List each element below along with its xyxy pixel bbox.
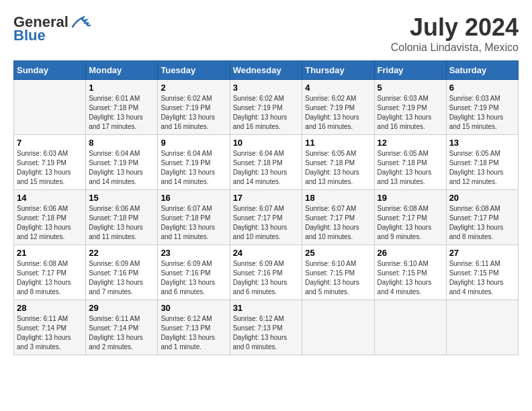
day-info: Sunrise: 6:08 AM Sunset: 7:17 PM Dayligh… [378, 204, 443, 242]
location: Colonia Lindavista, Mexico [391, 42, 519, 54]
day-info: Sunrise: 6:02 AM Sunset: 7:19 PM Dayligh… [161, 94, 226, 132]
week-row-1: 1Sunrise: 6:01 AM Sunset: 7:18 PM Daylig… [14, 80, 519, 135]
day-cell: 24Sunrise: 6:09 AM Sunset: 7:16 PM Dayli… [230, 245, 302, 300]
calendar-table: SundayMondayTuesdayWednesdayThursdayFrid… [13, 60, 519, 355]
day-number: 8 [89, 138, 154, 148]
page-header: General Blue July 2024 Colonia Lindavist… [13, 13, 519, 54]
day-number: 20 [449, 193, 515, 203]
day-info: Sunrise: 6:11 AM Sunset: 7:14 PM Dayligh… [89, 314, 154, 352]
day-info: Sunrise: 6:10 AM Sunset: 7:15 PM Dayligh… [378, 259, 443, 297]
weekday-monday: Monday [86, 61, 158, 80]
day-cell: 7Sunrise: 6:03 AM Sunset: 7:19 PM Daylig… [14, 135, 86, 190]
day-number: 25 [305, 248, 371, 258]
day-number: 3 [233, 83, 300, 93]
day-cell: 13Sunrise: 6:05 AM Sunset: 7:18 PM Dayli… [446, 135, 518, 190]
day-cell: 26Sunrise: 6:10 AM Sunset: 7:15 PM Dayli… [374, 245, 446, 300]
day-info: Sunrise: 6:07 AM Sunset: 7:18 PM Dayligh… [161, 204, 226, 242]
day-info: Sunrise: 6:12 AM Sunset: 7:13 PM Dayligh… [161, 314, 226, 352]
day-info: Sunrise: 6:07 AM Sunset: 7:17 PM Dayligh… [305, 204, 371, 242]
logo-blue: Blue [13, 27, 46, 44]
day-number: 14 [17, 193, 83, 203]
day-number: 15 [89, 193, 154, 203]
day-number: 26 [378, 248, 443, 258]
day-info: Sunrise: 6:08 AM Sunset: 7:17 PM Dayligh… [17, 259, 83, 297]
day-number: 22 [89, 248, 154, 258]
day-cell [14, 80, 86, 135]
day-info: Sunrise: 6:05 AM Sunset: 7:18 PM Dayligh… [305, 149, 371, 187]
day-info: Sunrise: 6:06 AM Sunset: 7:18 PM Dayligh… [89, 204, 154, 242]
logo-bird-icon [70, 15, 91, 30]
title-block: July 2024 Colonia Lindavista, Mexico [391, 13, 519, 54]
day-cell: 30Sunrise: 6:12 AM Sunset: 7:13 PM Dayli… [158, 300, 230, 355]
day-info: Sunrise: 6:11 AM Sunset: 7:14 PM Dayligh… [17, 314, 83, 352]
day-number: 1 [89, 83, 154, 93]
day-cell: 3Sunrise: 6:02 AM Sunset: 7:19 PM Daylig… [230, 80, 302, 135]
week-row-4: 21Sunrise: 6:08 AM Sunset: 7:17 PM Dayli… [14, 245, 519, 300]
day-number: 16 [161, 193, 226, 203]
day-cell: 2Sunrise: 6:02 AM Sunset: 7:19 PM Daylig… [158, 80, 230, 135]
day-info: Sunrise: 6:03 AM Sunset: 7:19 PM Dayligh… [449, 94, 515, 132]
day-number: 9 [161, 138, 226, 148]
day-info: Sunrise: 6:10 AM Sunset: 7:15 PM Dayligh… [305, 259, 371, 297]
week-row-5: 28Sunrise: 6:11 AM Sunset: 7:14 PM Dayli… [14, 300, 519, 355]
day-number: 18 [305, 193, 371, 203]
weekday-friday: Friday [374, 61, 446, 80]
day-number: 13 [449, 138, 515, 148]
day-cell: 14Sunrise: 6:06 AM Sunset: 7:18 PM Dayli… [14, 190, 86, 245]
day-info: Sunrise: 6:09 AM Sunset: 7:16 PM Dayligh… [89, 259, 154, 297]
day-info: Sunrise: 6:09 AM Sunset: 7:16 PM Dayligh… [161, 259, 226, 297]
logo: General Blue [13, 13, 91, 44]
day-info: Sunrise: 6:02 AM Sunset: 7:19 PM Dayligh… [233, 94, 300, 132]
day-number: 30 [161, 303, 226, 313]
day-info: Sunrise: 6:12 AM Sunset: 7:13 PM Dayligh… [233, 314, 300, 352]
day-cell: 17Sunrise: 6:07 AM Sunset: 7:17 PM Dayli… [230, 190, 302, 245]
day-number: 31 [233, 303, 300, 313]
day-number: 10 [233, 138, 300, 148]
weekday-sunday: Sunday [14, 61, 86, 80]
day-cell: 29Sunrise: 6:11 AM Sunset: 7:14 PM Dayli… [86, 300, 158, 355]
day-cell: 8Sunrise: 6:04 AM Sunset: 7:19 PM Daylig… [86, 135, 158, 190]
week-row-3: 14Sunrise: 6:06 AM Sunset: 7:18 PM Dayli… [14, 190, 519, 245]
day-cell: 21Sunrise: 6:08 AM Sunset: 7:17 PM Dayli… [14, 245, 86, 300]
day-number: 19 [378, 193, 443, 203]
day-cell: 19Sunrise: 6:08 AM Sunset: 7:17 PM Dayli… [374, 190, 446, 245]
day-info: Sunrise: 6:09 AM Sunset: 7:16 PM Dayligh… [233, 259, 300, 297]
day-cell: 9Sunrise: 6:04 AM Sunset: 7:19 PM Daylig… [158, 135, 230, 190]
day-number: 5 [378, 83, 443, 93]
day-cell: 31Sunrise: 6:12 AM Sunset: 7:13 PM Dayli… [230, 300, 302, 355]
day-number: 11 [305, 138, 371, 148]
day-number: 4 [305, 83, 371, 93]
day-cell: 15Sunrise: 6:06 AM Sunset: 7:18 PM Dayli… [86, 190, 158, 245]
day-cell: 10Sunrise: 6:04 AM Sunset: 7:18 PM Dayli… [230, 135, 302, 190]
day-number: 6 [449, 83, 515, 93]
weekday-tuesday: Tuesday [158, 61, 230, 80]
day-number: 21 [17, 248, 83, 258]
day-number: 23 [161, 248, 226, 258]
day-info: Sunrise: 6:07 AM Sunset: 7:17 PM Dayligh… [233, 204, 300, 242]
day-cell: 28Sunrise: 6:11 AM Sunset: 7:14 PM Dayli… [14, 300, 86, 355]
day-cell [374, 300, 446, 355]
weekday-header-row: SundayMondayTuesdayWednesdayThursdayFrid… [14, 61, 519, 80]
day-info: Sunrise: 6:06 AM Sunset: 7:18 PM Dayligh… [17, 204, 83, 242]
day-number: 2 [161, 83, 226, 93]
day-info: Sunrise: 6:01 AM Sunset: 7:18 PM Dayligh… [89, 94, 154, 132]
day-number: 24 [233, 248, 300, 258]
weekday-saturday: Saturday [446, 61, 518, 80]
day-cell: 12Sunrise: 6:05 AM Sunset: 7:18 PM Dayli… [374, 135, 446, 190]
weekday-wednesday: Wednesday [230, 61, 302, 80]
day-cell: 11Sunrise: 6:05 AM Sunset: 7:18 PM Dayli… [302, 135, 374, 190]
day-cell: 18Sunrise: 6:07 AM Sunset: 7:17 PM Dayli… [302, 190, 374, 245]
day-cell: 6Sunrise: 6:03 AM Sunset: 7:19 PM Daylig… [446, 80, 518, 135]
day-info: Sunrise: 6:11 AM Sunset: 7:15 PM Dayligh… [449, 259, 515, 297]
day-cell: 1Sunrise: 6:01 AM Sunset: 7:18 PM Daylig… [86, 80, 158, 135]
day-cell: 20Sunrise: 6:08 AM Sunset: 7:17 PM Dayli… [446, 190, 518, 245]
day-info: Sunrise: 6:02 AM Sunset: 7:19 PM Dayligh… [305, 94, 371, 132]
day-info: Sunrise: 6:05 AM Sunset: 7:18 PM Dayligh… [378, 149, 443, 187]
day-cell: 16Sunrise: 6:07 AM Sunset: 7:18 PM Dayli… [158, 190, 230, 245]
day-cell: 22Sunrise: 6:09 AM Sunset: 7:16 PM Dayli… [86, 245, 158, 300]
day-cell: 25Sunrise: 6:10 AM Sunset: 7:15 PM Dayli… [302, 245, 374, 300]
weekday-thursday: Thursday [302, 61, 374, 80]
day-info: Sunrise: 6:08 AM Sunset: 7:17 PM Dayligh… [449, 204, 515, 242]
day-cell: 23Sunrise: 6:09 AM Sunset: 7:16 PM Dayli… [158, 245, 230, 300]
day-number: 29 [89, 303, 154, 313]
